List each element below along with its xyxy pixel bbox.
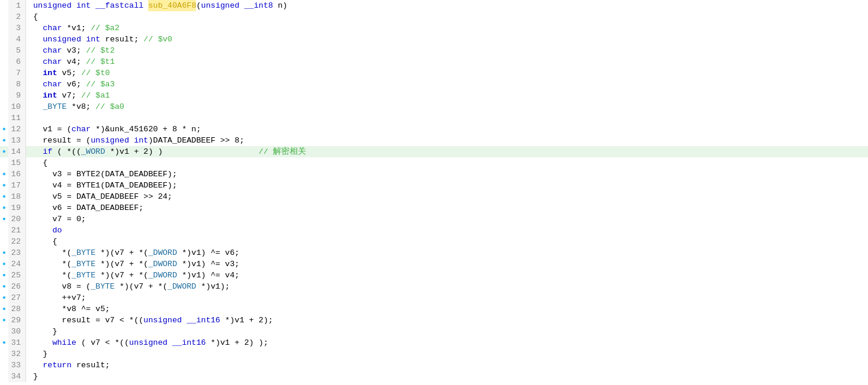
code-content: } (26, 326, 868, 337)
line-number: 19 (8, 202, 26, 213)
breakpoint-dot[interactable]: ● (0, 169, 8, 180)
breakpoint-dot[interactable] (0, 45, 8, 56)
breakpoint-dot[interactable] (0, 90, 8, 101)
breakpoint-dot[interactable]: ● (0, 281, 8, 292)
code-token: // $a0 (95, 101, 124, 112)
code-content: { (26, 157, 868, 169)
code-token: *( (33, 247, 72, 258)
code-token (33, 90, 43, 101)
code-token: _BYTE (72, 247, 96, 258)
code-row: 32 } (0, 348, 868, 360)
code-token: result; (72, 360, 110, 371)
breakpoint-dot[interactable]: ● (0, 213, 8, 225)
code-token: } (33, 348, 47, 360)
breakpoint-dot[interactable] (0, 22, 8, 34)
breakpoint-dot[interactable]: ● (0, 202, 8, 213)
breakpoint-dot[interactable] (0, 371, 8, 382)
line-number: 21 (8, 225, 26, 236)
code-token: __fastcall (95, 0, 143, 11)
breakpoint-dot[interactable] (0, 112, 8, 124)
code-content: v3 = BYTE2(DATA_DEADBEEF); (26, 169, 868, 180)
line-number: 32 (8, 348, 26, 360)
breakpoint-dot[interactable]: ● (0, 292, 8, 303)
code-row: ●31 while ( v7 < *((unsigned __int16 *)v… (0, 337, 868, 348)
code-token: _DWORD (148, 247, 177, 258)
breakpoint-dot[interactable] (0, 34, 8, 45)
breakpoint-dot[interactable]: ● (0, 315, 8, 326)
code-token: *)(v7 + *( (95, 270, 148, 281)
code-row: ●12 v1 = (char *)&unk_451620 + 8 * n; (0, 124, 868, 135)
code-content: *v8 ^= v5; (26, 303, 868, 315)
line-number: 30 (8, 326, 26, 337)
breakpoint-dot[interactable] (0, 0, 8, 11)
line-number: 28 (8, 303, 26, 315)
breakpoint-dot[interactable]: ● (0, 270, 8, 281)
code-token: unsigned (91, 135, 129, 146)
code-content: char *v1; // $a2 (26, 22, 868, 34)
code-row: ●17 v4 = BYTE1(DATA_DEADBEEF); (0, 180, 868, 191)
code-token: { (33, 157, 47, 169)
breakpoint-dot[interactable] (0, 225, 8, 236)
breakpoint-dot[interactable]: ● (0, 146, 8, 157)
line-number: 17 (8, 180, 26, 191)
code-token: *)v1) ^= v3; (177, 258, 239, 270)
code-editor[interactable]: 1unsigned int __fastcall sub_40A6F8(unsi… (0, 0, 868, 385)
line-number: 4 (8, 34, 26, 45)
line-number: 26 (8, 281, 26, 292)
breakpoint-dot[interactable] (0, 101, 8, 112)
code-row: 8 char v6; // $a3 (0, 79, 868, 90)
breakpoint-dot[interactable]: ● (0, 124, 8, 135)
code-token: // $a2 (91, 22, 120, 34)
line-number: 22 (8, 236, 26, 247)
breakpoint-dot[interactable] (0, 11, 8, 22)
code-token: _WORD (81, 146, 105, 157)
breakpoint-dot[interactable]: ● (0, 258, 8, 270)
code-row: 34} (0, 371, 868, 382)
code-content: char v4; // $t1 (26, 56, 868, 67)
code-content: if ( *((_WORD *)v1 + 2) ) // 解密相关 (26, 146, 868, 157)
code-token: char (43, 22, 62, 34)
breakpoint-dot[interactable]: ● (0, 303, 8, 315)
breakpoint-dot[interactable] (0, 79, 8, 90)
code-token: unsigned (43, 34, 81, 45)
breakpoint-dot[interactable] (0, 326, 8, 337)
code-token: *)v1); (196, 281, 230, 292)
code-token: *v1; (62, 22, 91, 34)
code-row: 10 _BYTE *v8; // $a0 (0, 101, 868, 112)
code-row: 1unsigned int __fastcall sub_40A6F8(unsi… (0, 0, 868, 11)
breakpoint-dot[interactable]: ● (0, 135, 8, 146)
code-content: v5 = DATA_DEADBEEF >> 24; (26, 191, 868, 202)
code-token: n) (273, 0, 287, 11)
breakpoint-dot[interactable] (0, 348, 8, 360)
code-token: v5; (57, 67, 82, 79)
line-number: 12 (8, 124, 26, 135)
code-content: _BYTE *v8; // $a0 (26, 101, 868, 112)
code-token: *)(v7 + *( (115, 281, 168, 292)
code-token: __int16 (187, 315, 220, 326)
breakpoint-dot[interactable]: ● (0, 191, 8, 202)
code-token: v4 = BYTE1(DATA_DEADBEEF); (33, 180, 177, 191)
code-token: *)v1 + 2); (220, 315, 273, 326)
code-token: _BYTE (72, 270, 96, 281)
code-row: ●20 v7 = 0; (0, 213, 868, 225)
code-token: *)v1) ^= v4; (177, 270, 239, 281)
breakpoint-dot[interactable] (0, 56, 8, 67)
code-lines: 1unsigned int __fastcall sub_40A6F8(unsi… (0, 0, 868, 382)
code-token: *)(v7 + *( (95, 247, 148, 258)
code-row: ●27 ++v7; (0, 292, 868, 303)
code-content: unsigned int result; // $v0 (26, 34, 868, 45)
code-token (33, 67, 43, 79)
breakpoint-dot[interactable] (0, 67, 8, 79)
code-token: char (43, 79, 62, 90)
code-token: _BYTE (72, 258, 96, 270)
line-number: 3 (8, 22, 26, 34)
breakpoint-dot[interactable]: ● (0, 180, 8, 191)
breakpoint-dot[interactable] (0, 157, 8, 169)
breakpoint-dot[interactable] (0, 360, 8, 371)
breakpoint-dot[interactable]: ● (0, 337, 8, 348)
breakpoint-dot[interactable]: ● (0, 247, 8, 258)
line-number: 11 (8, 112, 26, 124)
code-token: *v8 ^= v5; (33, 303, 110, 315)
breakpoint-dot[interactable] (0, 236, 8, 247)
code-row: ●18 v5 = DATA_DEADBEEF >> 24; (0, 191, 868, 202)
